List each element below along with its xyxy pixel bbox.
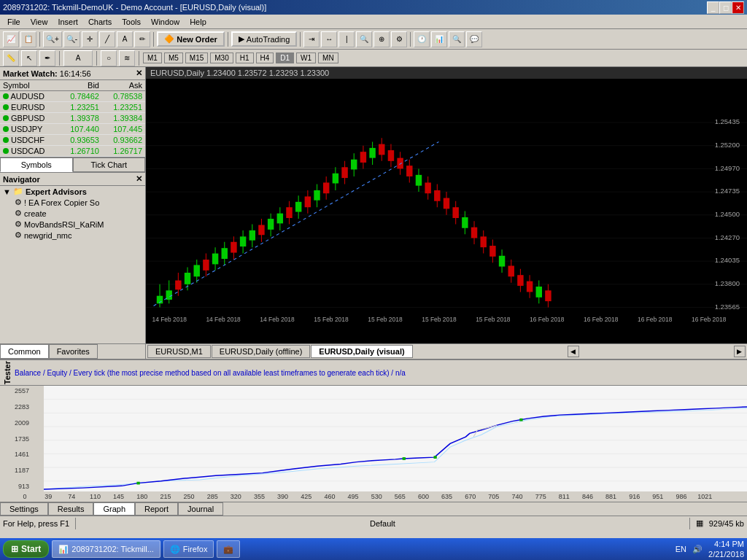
text-input-area[interactable]: A: [63, 50, 93, 66]
new-order-label: New Order: [177, 35, 217, 44]
chart-tab-m1[interactable]: EURUSD,M1: [147, 345, 211, 358]
zoom-in-btn[interactable]: 🔍+: [43, 31, 62, 47]
chart-shift-btn[interactable]: ⇥: [303, 31, 320, 47]
tf-m1[interactable]: M1: [143, 52, 162, 63]
svg-text:16 Feb 2018: 16 Feb 2018: [638, 316, 673, 323]
tester-panel: Tester Balance / Equity / Every tick (th…: [0, 359, 747, 516]
taskbar-app-mt4[interactable]: 📊 2089731202: Tickmill...: [52, 540, 160, 558]
restore-button[interactable]: ◻: [719, 1, 732, 14]
start-button[interactable]: ⊞ Start: [3, 540, 49, 558]
chart-next-btn[interactable]: ▶: [734, 346, 746, 357]
clock-btn[interactable]: 🕐: [414, 31, 430, 47]
tester-tab-report[interactable]: Report: [135, 502, 178, 516]
chart-template-btn[interactable]: 📋: [20, 31, 36, 47]
tf-h4[interactable]: H4: [256, 52, 274, 63]
svg-rect-60: [341, 167, 347, 178]
draw-tool-btn[interactable]: ✏: [134, 31, 150, 47]
search-btn[interactable]: 🔍: [449, 31, 465, 47]
auto-trading-button[interactable]: ▶ AutoTrading: [231, 31, 298, 47]
tester-tab-settings[interactable]: Settings: [0, 502, 48, 516]
chart-tab-daily-visual[interactable]: EURUSD,Daily (visual): [311, 345, 412, 358]
menu-file[interactable]: File: [3, 17, 25, 27]
chart-header: EURUSD,Daily 1.23400 1.23572 1.23293 1.2…: [146, 67, 747, 79]
menu-view[interactable]: View: [26, 17, 53, 27]
new-chart-btn[interactable]: 📈: [3, 31, 19, 47]
nav-movbands[interactable]: ⚙ MovBandsRSI_KaRiM: [0, 219, 145, 230]
symbol-cell: USDCHF: [0, 135, 59, 146]
symbol-name: USDJPY: [11, 125, 42, 133]
navigator-title: Navigator: [3, 175, 40, 184]
tester-info-text: Balance / Equity / Every tick (the most …: [15, 369, 406, 377]
tester-tab-results[interactable]: Results: [48, 502, 94, 516]
nav-newgrid[interactable]: ⚙ newgrid_nmc: [0, 230, 145, 241]
nav-expert-advisors[interactable]: ▼ 📁 Expert Advisors: [0, 186, 145, 197]
navigator-close[interactable]: ✕: [136, 174, 142, 184]
tf-m5[interactable]: M5: [164, 52, 183, 63]
crosshair-btn[interactable]: ✛: [82, 31, 98, 47]
autoscroll-btn[interactable]: ↔: [321, 31, 337, 47]
status-dot: [3, 104, 9, 110]
ea-icon: ⚙: [15, 198, 22, 207]
market-watch-row[interactable]: USDJPY 107.440 107.445: [0, 124, 145, 135]
chart-prev-btn[interactable]: ◀: [568, 346, 579, 357]
tf-m30[interactable]: M30: [210, 52, 233, 63]
tf-w1[interactable]: W1: [296, 52, 316, 63]
props-btn[interactable]: ⚙: [391, 31, 407, 47]
tf-mn[interactable]: MN: [318, 52, 338, 63]
nav-ea-forex-copier[interactable]: ⚙ ! EA Forex Copier So: [0, 197, 145, 208]
svg-rect-40: [249, 230, 255, 241]
tf-m15[interactable]: M15: [185, 52, 208, 63]
arrow-btn[interactable]: ↖: [21, 50, 37, 66]
minimize-button[interactable]: _: [707, 1, 719, 14]
pen-btn[interactable]: ✒: [39, 50, 55, 66]
taskbar-app-other[interactable]: 💼: [217, 540, 240, 558]
chat-btn[interactable]: 💬: [466, 31, 482, 47]
zoom-btn[interactable]: 🔍: [356, 31, 372, 47]
sep7: [96, 51, 97, 66]
market-watch-title: Market Watch: 16:14:56: [3, 69, 91, 78]
menu-charts[interactable]: Charts: [84, 17, 116, 27]
menu-tools[interactable]: Tools: [117, 17, 145, 27]
chart-tab-daily-offline[interactable]: EURUSD,Daily (offline): [212, 345, 311, 358]
market-watch-row[interactable]: AUDUSD 0.78462 0.78538: [0, 91, 145, 102]
ellipse-btn[interactable]: ○: [101, 50, 117, 66]
market-watch-row[interactable]: GBPUSD 1.39378 1.39384: [0, 113, 145, 124]
line-tool-btn[interactable]: ╱: [99, 31, 115, 47]
market-watch-close[interactable]: ✕: [136, 69, 142, 78]
tester-tab-journal[interactable]: Journal: [178, 502, 223, 516]
bid-price: 1.23251: [59, 102, 102, 113]
svg-rect-94: [499, 256, 505, 267]
nav-create[interactable]: ⚙ create: [0, 208, 145, 219]
status-dot: [3, 137, 9, 143]
menu-window[interactable]: Window: [147, 17, 184, 27]
menu-insert[interactable]: Insert: [53, 17, 82, 27]
title-bar: 2089731202: Tickmill-DemoUK - Demo Accou…: [0, 0, 747, 15]
channel-btn[interactable]: ≋: [119, 50, 135, 66]
nav-tab-favorites[interactable]: Favorites: [49, 344, 98, 359]
tester-tab-graph[interactable]: Graph: [93, 502, 135, 516]
toolbar-secondary: 📏 ↖ ✒ A ○ ≋ M1 M5 M15 M30 H1 H4 D1 W1 MN: [0, 50, 747, 67]
nav-tab-common[interactable]: Common: [0, 344, 49, 359]
market-watch-row[interactable]: EURUSD 1.23251 1.23251: [0, 102, 145, 113]
zoom-out-btn[interactable]: 🔍-: [63, 31, 80, 47]
sep4: [300, 32, 301, 47]
chart-canvas[interactable]: 1.25435 1.25200 1.24970 1.24735 1.24500 …: [146, 79, 747, 343]
menu-help[interactable]: Help: [185, 17, 211, 27]
hist-btn[interactable]: 📊: [431, 31, 447, 47]
volume-icon[interactable]: 🔊: [692, 545, 703, 554]
close-button[interactable]: ✕: [732, 1, 744, 14]
tf-h1[interactable]: H1: [236, 52, 254, 63]
line-draw-btn[interactable]: 📏: [3, 50, 19, 66]
text-tool-btn[interactable]: A: [117, 31, 133, 47]
taskbar-app-firefox[interactable]: 🌐 Firefox: [163, 540, 214, 558]
zoom2-btn[interactable]: ⊕: [374, 31, 390, 47]
tab-symbols[interactable]: Symbols: [0, 158, 73, 172]
svg-rect-124: [136, 482, 139, 485]
market-watch-row[interactable]: USDCAD 1.26710 1.26717: [0, 146, 145, 157]
period-sep-btn[interactable]: |: [338, 31, 355, 47]
tab-tick-chart[interactable]: Tick Chart: [73, 158, 146, 172]
tf-d1[interactable]: D1: [276, 52, 294, 63]
new-order-button[interactable]: 🔶 New Order: [157, 31, 225, 47]
market-watch-row[interactable]: USDCHF 0.93653 0.93662: [0, 135, 145, 146]
title-text: 2089731202: Tickmill-DemoUK - Demo Accou…: [3, 3, 266, 12]
